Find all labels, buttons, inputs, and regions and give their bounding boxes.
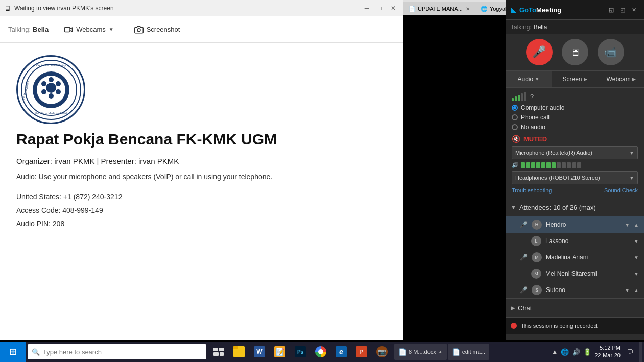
hendro-mic-icon: 🎤 <box>520 221 528 228</box>
clock-time: 5:12 PM <box>594 344 621 352</box>
meeting-title: Rapat Pokja Bencana FK-KMK UGM <box>16 130 387 149</box>
sutono-name: Sutono <box>546 286 621 294</box>
tab-audio[interactable]: Audio ▼ <box>506 71 552 87</box>
tab-screen[interactable]: Screen ▶ <box>552 71 599 87</box>
start-button[interactable]: ⊞ <box>0 342 26 362</box>
recording-bar: This session is being recorded. <box>506 318 644 334</box>
webcam-icon <box>64 25 73 34</box>
goto-logo-icon: ◣ <box>511 6 516 14</box>
minimize-button[interactable]: ─ <box>361 3 373 13</box>
browser-tab-1[interactable]: 📄 UPDATE MANA... ✕ <box>403 2 475 15</box>
svg-rect-0 <box>65 27 70 32</box>
tab-webcam[interactable]: Webcam ▶ <box>598 71 644 87</box>
hendro-avatar: H <box>532 220 542 230</box>
taskbar-app-chrome[interactable] <box>311 342 331 362</box>
chat-header[interactable]: ▶ Chat <box>506 299 644 317</box>
meineni-expand: ▼ <box>634 271 639 277</box>
taskbar-app-powerpoint[interactable]: P <box>351 342 372 362</box>
help-icon[interactable]: ? <box>530 93 534 101</box>
sound-check-link[interactable]: Sound Check <box>604 187 638 194</box>
taskbar-search-bar[interactable]: 🔍 <box>28 344 206 359</box>
svg-point-12 <box>46 83 56 93</box>
madelina-name: Madelina Ariani <box>546 254 630 261</box>
taskbar-app-camera[interactable]: 📷 <box>372 342 392 362</box>
goto-close-button[interactable]: ✕ <box>629 5 639 15</box>
notification-button[interactable]: 🗨 <box>624 346 636 358</box>
attendee-item-meineni[interactable]: M Mei Neni Sitaresmi ▼ <box>506 266 644 282</box>
goto-talking-name: Bella <box>534 23 547 31</box>
screenshot-label: Screenshot <box>147 26 180 33</box>
system-tray: ▲ 🌐 🔊 🔋 5:12 PM 22-Mar-20 🗨 <box>552 342 644 362</box>
show-desktop-button[interactable] <box>639 342 642 362</box>
tab-audio-arrow: ▼ <box>535 77 539 82</box>
taskbar: ⊞ 🔍 W 📝 Ps e P <box>0 342 644 362</box>
signal-bars <box>512 92 526 101</box>
taskbar-file-1[interactable]: 📄 8 M....docx ▲ <box>394 344 447 360</box>
clock-date: 22-Mar-20 <box>594 352 621 359</box>
microphone-select[interactable]: Microphone (Realtek(R) Audio) ▼ <box>512 146 638 159</box>
computer-audio-label: Computer audio <box>521 104 564 111</box>
window-icon: 🖥 <box>4 4 11 12</box>
webcams-label: Webcams <box>76 26 106 33</box>
ugm-logo: Center for Health Policy Faculty of Medi… <box>16 55 85 124</box>
screenshot-icon <box>134 25 144 34</box>
attendees-header[interactable]: ▼ Attendees: 10 of 26 (max) <box>506 198 644 216</box>
svg-point-8 <box>56 89 61 94</box>
madelina-expand: ▼ <box>634 255 639 260</box>
attendee-list: 🎤 H Hendro ▼ ▲ L Laksono ▼ 🎤 M Madelina … <box>506 216 644 298</box>
attendee-item-hendro[interactable]: 🎤 H Hendro ▼ ▲ <box>506 216 644 233</box>
restore-button[interactable]: □ <box>374 3 386 13</box>
browser-tab-1-close[interactable]: ✕ <box>466 6 470 12</box>
taskbar-app-sticky-notes[interactable]: 📝 <box>270 342 290 362</box>
taskbar-app-edge[interactable]: e <box>331 342 351 362</box>
headphones-select[interactable]: Headphones (ROBOT210 Stereo) ▼ <box>512 171 638 184</box>
taskbar-file-1-label: 8 M....docx <box>409 349 436 355</box>
madelina-mic-icon: 🎤 <box>520 254 528 261</box>
mute-button[interactable]: 🎤 <box>526 39 553 65</box>
attendee-item-madelina[interactable]: 🎤 M Madelina Ariani ▼ <box>506 249 644 266</box>
phone-call-option[interactable]: Phone call <box>512 114 638 121</box>
svg-point-1 <box>137 28 140 31</box>
taskview-button[interactable] <box>208 342 229 362</box>
svg-rect-18 <box>213 352 219 356</box>
taskbar-app-photoshop[interactable]: Ps <box>290 342 311 362</box>
search-input[interactable] <box>43 348 202 356</box>
svg-rect-16 <box>213 348 218 351</box>
taskbar-app-file-explorer[interactable] <box>229 342 249 362</box>
screenshot-button[interactable]: Screenshot <box>129 22 185 37</box>
goto-talking-label: Talking: <box>511 23 532 31</box>
attendee-item-laksono[interactable]: L Laksono ▼ <box>506 233 644 249</box>
tab-screen-arrow: ▶ <box>584 77 587 82</box>
webcam-dropdown-arrow: ▼ <box>109 27 114 32</box>
goto-expand-button[interactable]: ◰ <box>617 5 628 15</box>
svg-point-10 <box>41 89 46 94</box>
no-audio-option[interactable]: No audio <box>512 124 638 131</box>
system-tray-expand[interactable]: ▲ <box>552 348 558 355</box>
tab-screen-label: Screen <box>562 76 582 83</box>
tab-webcam-arrow: ▶ <box>632 77 636 82</box>
attendee-item-sutono[interactable]: 🎤 S Sutono ▼ ▲ <box>506 282 644 298</box>
phone-call-label: Phone call <box>521 114 550 121</box>
audio-info: Audio: Use your microphone and speakers … <box>16 173 387 181</box>
madelina-avatar: M <box>532 252 542 262</box>
computer-audio-option[interactable]: Computer audio <box>512 104 638 111</box>
camera-button[interactable]: 📹 <box>598 39 624 65</box>
microphone-label: Microphone (Realtek(R) Audio) <box>515 150 592 156</box>
taskbar-file-2[interactable]: 📄 edit ma... <box>448 344 489 360</box>
svg-point-9 <box>49 93 54 99</box>
close-button[interactable]: ✕ <box>387 3 399 13</box>
microphone-chevron: ▼ <box>629 150 634 156</box>
laksono-name: Laksono <box>545 237 630 245</box>
volume-bar: 🔊 <box>512 162 638 168</box>
screen-share-button[interactable]: 🖥 <box>562 39 588 65</box>
troubleshooting-link[interactable]: Troubleshooting <box>512 187 552 194</box>
svg-point-6 <box>49 77 54 82</box>
meineni-name: Mei Neni Sitaresmi <box>545 270 630 277</box>
main-titlebar: 🖥 Waiting to view irvan PKMK's screen ─ … <box>0 0 403 16</box>
chat-label: Chat <box>518 304 532 312</box>
chat-chevron-right: ▶ <box>511 305 515 311</box>
goto-restore-button[interactable]: ◱ <box>606 5 616 15</box>
taskbar-app-word[interactable]: W <box>249 342 270 362</box>
webcams-button[interactable]: Webcams ▼ <box>59 22 118 37</box>
goto-titlebar: ◣ GoToMeeting ◱ ◰ ✕ <box>506 0 644 19</box>
